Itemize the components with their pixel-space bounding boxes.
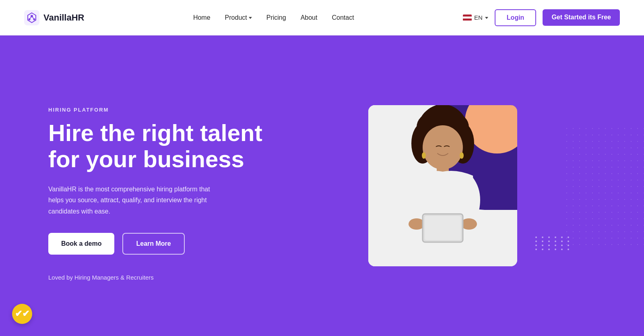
login-button[interactable]: Login (495, 9, 537, 26)
nav-links: Home Product Pricing About Contact (193, 14, 354, 21)
dot (548, 241, 550, 242)
nav-about[interactable]: About (301, 14, 318, 21)
dot (568, 236, 569, 238)
get-started-button[interactable]: Get Started its Free (543, 9, 620, 26)
hero-heading: Hire the right talent for your business (48, 120, 290, 172)
nav-right: EN Login Get Started its Free (463, 9, 620, 26)
dot (535, 249, 537, 250)
hero-buttons: Book a demo Learn More (48, 233, 290, 255)
language-selector[interactable]: EN (463, 14, 488, 21)
dot (561, 249, 563, 250)
dot (548, 249, 550, 250)
dot (561, 245, 563, 246)
dot (548, 236, 550, 238)
dot (542, 241, 543, 242)
dot (568, 241, 569, 242)
dot (555, 241, 556, 242)
dot (555, 249, 556, 250)
dot (555, 236, 556, 238)
hero-loved-text: Loved by Hiring Managers & Recruiters (48, 274, 290, 281)
nav-pricing[interactable]: Pricing (266, 14, 286, 21)
dot (542, 245, 543, 246)
dot (568, 245, 569, 246)
svg-point-11 (423, 125, 463, 170)
dot (542, 236, 543, 238)
svg-point-17 (422, 152, 426, 159)
brand-name: VanillaHR (43, 12, 84, 23)
double-check-icon: ✔✔ (15, 309, 29, 319)
dot (542, 249, 543, 250)
learn-more-button[interactable]: Learn More (122, 233, 184, 255)
nav-product[interactable]: Product (225, 14, 252, 21)
svg-rect-0 (24, 10, 39, 25)
navbar: VanillaHR Home Product Pricing About Con… (0, 0, 644, 35)
dot (561, 236, 563, 238)
hero-content: HIRING PLATFORM Hire the right talent fo… (48, 91, 290, 280)
person-illustration (368, 105, 517, 266)
hero-image-area (290, 81, 596, 290)
dot (535, 241, 537, 242)
book-demo-button[interactable]: Book a demo (48, 233, 114, 255)
svg-point-18 (460, 152, 464, 159)
logo-icon (24, 10, 39, 25)
dot (561, 241, 563, 242)
dot (535, 236, 537, 238)
flag-us-icon (463, 15, 472, 21)
logo-link[interactable]: VanillaHR (24, 10, 84, 25)
dot (568, 249, 569, 250)
dot-grid-decoration (535, 236, 572, 250)
hero-section: HIRING PLATFORM Hire the right talent fo… (0, 35, 644, 336)
dot (555, 245, 556, 246)
product-dropdown-chevron (249, 17, 252, 19)
floating-verified-badge[interactable]: ✔✔ (12, 304, 32, 324)
lang-code: EN (474, 14, 483, 21)
hero-image-card (368, 105, 517, 266)
dot (535, 245, 537, 246)
svg-rect-16 (425, 216, 461, 240)
lang-dropdown-chevron (485, 17, 488, 19)
hero-description: VanillaHR is the most comprehensive hiri… (48, 184, 217, 217)
dot (548, 245, 550, 246)
nav-contact[interactable]: Contact (332, 14, 354, 21)
nav-home[interactable]: Home (193, 14, 211, 21)
hero-eyebrow: HIRING PLATFORM (48, 107, 290, 113)
